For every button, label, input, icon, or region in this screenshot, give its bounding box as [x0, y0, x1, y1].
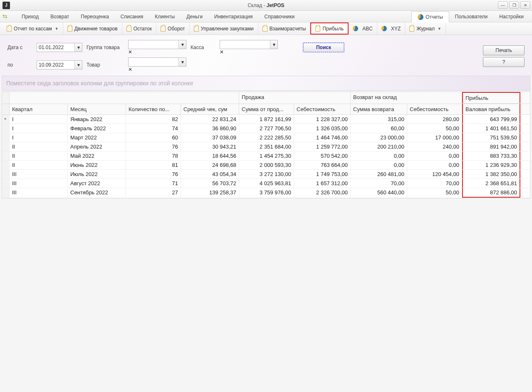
clipboard-icon — [161, 26, 166, 32]
cell-sale-cost: 763 664,00 — [294, 161, 351, 169]
clear-product-icon[interactable]: ✕ — [128, 67, 186, 72]
subtab-Взаиморасчеты[interactable]: Взаиморасчеты — [258, 22, 311, 35]
cell-return-sum: 560 440,00 — [351, 188, 407, 198]
cell-gross-profit: 2 368 651,81 — [462, 179, 520, 188]
maximize-button[interactable]: ❐ — [509, 1, 519, 9]
clear-group-icon[interactable]: ✕ — [128, 49, 186, 55]
clipboard-icon — [126, 26, 131, 32]
report-subtabs: Отчет по кассам▼Движение товаровОстатокО… — [0, 22, 532, 35]
menu-Приход[interactable]: Приход — [16, 11, 45, 22]
subtab-Оборот[interactable]: Оборот — [156, 22, 189, 35]
column-quarter[interactable]: Квартал — [10, 104, 68, 114]
cell-sale-sum: 1 872 161,99 — [239, 115, 294, 124]
table-row[interactable]: IIIСентябрь 202227139 258,373 759 976,00… — [2, 188, 530, 198]
cell-quarter: III — [10, 170, 68, 179]
subtab-Журнал[interactable]: Журнал▼ — [405, 22, 446, 35]
subtab-Прибыль[interactable]: Прибыль — [310, 22, 349, 35]
subtab-Остаток[interactable]: Остаток — [122, 22, 156, 35]
cell-avg: 37 038,09 — [181, 133, 239, 142]
kassa-label: Касса — [191, 45, 215, 50]
close-button[interactable]: ✕ — [520, 1, 530, 9]
help-button[interactable]: ? — [483, 57, 525, 67]
subtab-Отчет по кассам[interactable]: Отчет по кассам▼ — [2, 22, 63, 35]
column-group-return[interactable]: Возврат на склад — [351, 92, 462, 104]
cell-count: 60 — [126, 133, 181, 142]
menu-Справочники[interactable]: Справочники — [259, 11, 301, 22]
column-gross-profit[interactable]: Валовая прибыль — [462, 104, 520, 114]
menu-Деньги[interactable]: Деньги — [181, 11, 208, 22]
date-from-input[interactable]: 01.01.2022▾ — [37, 43, 82, 52]
cell-count: 82 — [126, 115, 181, 124]
cell-quarter: III — [10, 179, 68, 188]
table-row[interactable]: IIИюнь 20228124 698,682 000 593,30763 66… — [2, 161, 530, 170]
cell-avg: 22 831,24 — [181, 115, 239, 124]
cell-count: 74 — [126, 124, 181, 133]
menu-Возврат[interactable]: Возврат — [45, 11, 75, 22]
cell-sale-sum: 2 351 684,00 — [239, 142, 294, 151]
chevron-down-icon[interactable]: ▾ — [178, 40, 186, 49]
cell-sale-cost: 1 228 327,00 — [294, 115, 351, 124]
menubar: ⇆ ПриходВозвратПереоценкаСписанияКлиенты… — [0, 11, 532, 22]
column-count[interactable]: Количество по... — [126, 104, 181, 114]
table-row[interactable]: IМарт 20226037 038,092 222 285,501 464 7… — [2, 133, 530, 142]
cell-month: Август 2022 — [68, 179, 126, 188]
tab-settings[interactable]: Настройки — [493, 11, 530, 22]
cell-gross-profit: 891 942,00 — [462, 142, 520, 151]
cell-sale-cost: 1 259 772,00 — [294, 142, 351, 151]
group-by-drop-area[interactable]: Поместите сюда заголовок колонки для гру… — [2, 76, 530, 91]
subtab-Управление закупками[interactable]: Управление закупками — [190, 22, 258, 35]
column-month[interactable]: Месяц — [68, 104, 126, 114]
table-row[interactable]: ▸IЯнварь 20228222 831,241 872 161,991 22… — [2, 115, 530, 124]
clipboard-icon — [67, 26, 72, 32]
table-row[interactable]: IIМай 20227818 644,561 454 275,30570 542… — [2, 151, 530, 161]
cell-return-cost: 120 454,00 — [407, 170, 462, 179]
product-combo[interactable]: ▾ — [128, 57, 186, 67]
row-indicator — [2, 170, 10, 179]
cell-count: 78 — [126, 151, 181, 160]
chevron-down-icon[interactable]: ▾ — [270, 40, 277, 49]
column-sale-sum[interactable]: Сумма от прод... — [239, 104, 294, 114]
column-group-profit[interactable]: Прибыль — [462, 92, 520, 104]
cell-avg: 43 054,34 — [181, 170, 239, 179]
menu-Списания[interactable]: Списания — [115, 11, 149, 22]
clipboard-icon — [315, 26, 320, 32]
group-label: Группа товара — [87, 45, 124, 50]
subtab-XYZ[interactable]: XYZ — [377, 22, 405, 35]
clear-kassa-icon[interactable]: ✕ — [220, 49, 286, 55]
print-button[interactable]: Печать — [483, 45, 525, 55]
subtab-label: Журнал — [416, 26, 435, 32]
menu-Клиенты[interactable]: Клиенты — [149, 11, 181, 22]
column-return-cost[interactable]: Себестоимость — [407, 104, 462, 114]
cell-month: Март 2022 — [68, 133, 126, 142]
column-sale-cost[interactable]: Себестоимость — [294, 104, 351, 114]
menu-Инвентаризация[interactable]: Инвентаризация — [208, 11, 258, 22]
column-return-sum[interactable]: Сумма возврата — [351, 104, 407, 114]
table-row[interactable]: IIIИюль 20227643 054,343 272 130,001 749… — [2, 170, 530, 179]
cell-sale-sum: 3 759 976,00 — [239, 188, 294, 198]
cell-sale-sum: 2 222 285,50 — [239, 133, 294, 142]
cell-return-sum: 200 210,00 — [351, 142, 407, 151]
subtab-Движение товаров[interactable]: Движение товаров — [63, 22, 122, 35]
menu-Переоценка[interactable]: Переоценка — [75, 11, 115, 22]
column-group-sale[interactable]: Продажа — [239, 92, 351, 104]
table-row[interactable]: IФевраль 20227436 860,902 727 706,501 32… — [2, 124, 530, 133]
date-to-input[interactable]: 10.09.2022▾ — [37, 60, 82, 69]
chevron-down-icon[interactable]: ▾ — [178, 58, 186, 66]
product-group-combo[interactable]: ▾ — [128, 40, 186, 49]
chevron-down-icon: ▼ — [438, 27, 441, 31]
chevron-down-icon[interactable]: ▾ — [74, 43, 82, 52]
tab-users[interactable]: Пользователи — [449, 11, 493, 22]
kassa-combo[interactable]: ▾ — [220, 40, 278, 49]
subtab-ABC[interactable]: ABC — [349, 22, 377, 35]
tab-reports[interactable]: Отчеты — [411, 11, 449, 22]
titlebar: J Склад - JetPOS — ❐ ✕ — [0, 0, 532, 11]
chevron-down-icon[interactable]: ▾ — [74, 61, 82, 69]
minimize-button[interactable]: — — [498, 1, 508, 9]
table-row[interactable]: IIАпрель 20227630 943,212 351 684,001 25… — [2, 142, 530, 151]
search-button[interactable]: Поиск — [303, 42, 344, 52]
table-row[interactable]: IIIАвгуст 20227156 703,724 025 963,811 6… — [2, 179, 530, 188]
menu-toggle-icon[interactable]: ⇆ — [2, 13, 10, 20]
column-avg-check[interactable]: Средний чек, сум — [181, 104, 239, 114]
cell-return-cost: 50,00 — [407, 188, 462, 198]
column-group-blank — [10, 92, 239, 104]
